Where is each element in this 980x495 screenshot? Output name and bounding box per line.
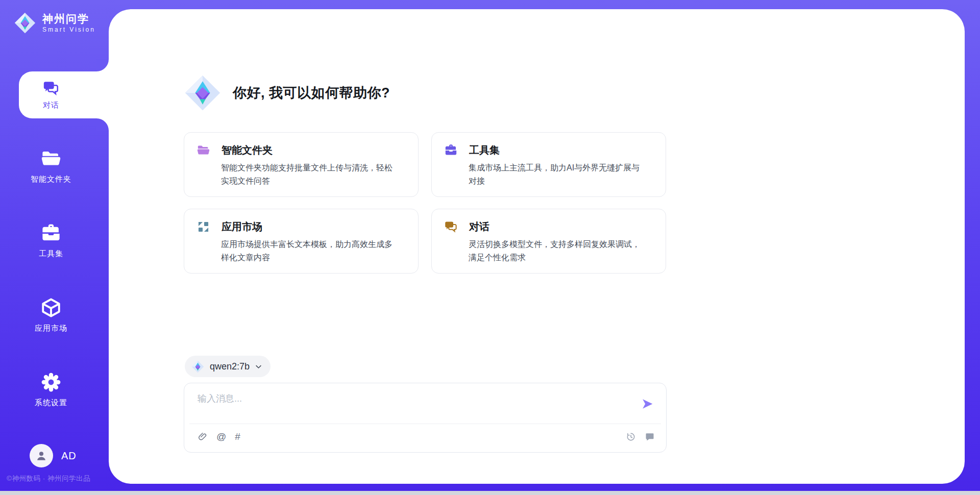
app-root: { "brand": { "name": "神州问学", "subtitle":… bbox=[0, 0, 980, 495]
card-chat[interactable]: 对话 灵活切换多模型文件，支持多样回复效果调试，满足个性化需求 bbox=[431, 209, 666, 274]
model-selector[interactable]: qwen2:7b bbox=[185, 356, 271, 377]
folder-icon bbox=[197, 143, 210, 157]
toolbox-icon bbox=[40, 222, 62, 244]
chat-icon bbox=[42, 80, 60, 97]
user-profile[interactable]: AD bbox=[30, 444, 77, 467]
active-tab-flare-top bbox=[96, 59, 109, 71]
sidebar-item-app-market[interactable]: 应用市场 bbox=[15, 297, 87, 333]
card-description: 灵活切换多模型文件，支持多样回复效果调试，满足个性化需求 bbox=[469, 238, 645, 264]
bottom-scrollbar-track[interactable] bbox=[0, 491, 980, 495]
sidebar-item-toolset[interactable]: 工具集 bbox=[15, 222, 87, 259]
folder-icon bbox=[40, 148, 62, 169]
feedback-bubble-icon[interactable] bbox=[645, 432, 655, 442]
brand-logo-icon bbox=[13, 11, 37, 35]
sidebar-item-label: 智能文件夹 bbox=[31, 175, 71, 184]
chevron-down-icon bbox=[255, 363, 262, 370]
message-input[interactable] bbox=[198, 390, 606, 407]
sidebar-item-chat[interactable]: 对话 bbox=[19, 71, 109, 118]
sidebar-footer: ©神州数码 · 神州问学出品 bbox=[7, 474, 109, 483]
sidebar-item-smart-folder[interactable]: 智能文件夹 bbox=[15, 148, 87, 184]
brand: 神州问学 Smart Vision bbox=[13, 11, 95, 35]
composer-divider bbox=[189, 424, 661, 424]
toolbox-icon bbox=[444, 143, 458, 157]
card-title: 智能文件夹 bbox=[222, 143, 273, 157]
person-icon bbox=[35, 449, 48, 462]
greeting-title: 你好, 我可以如何帮助你? bbox=[233, 84, 390, 102]
sidebar-item-label: 应用市场 bbox=[35, 324, 67, 333]
card-toolset[interactable]: 工具集 集成市场上主流工具，助力AI与外界无缝扩展与对接 bbox=[431, 132, 666, 197]
card-app-market[interactable]: 应用市场 应用市场提供丰富长文本模板，助力高效生成多样化文章内容 bbox=[184, 209, 419, 274]
hashtag-icon[interactable]: # bbox=[235, 431, 240, 442]
card-title: 应用市场 bbox=[222, 220, 262, 234]
user-name: AD bbox=[61, 450, 77, 462]
model-logo-icon bbox=[191, 360, 205, 374]
model-name: qwen2:7b bbox=[210, 361, 250, 372]
active-tab-flare-bottom bbox=[96, 118, 109, 131]
card-smart-folder[interactable]: 智能文件夹 智能文件夹功能支持批量文件上传与清洗，轻松实现文件问答 bbox=[184, 132, 419, 197]
message-composer: @ # bbox=[184, 383, 667, 453]
card-description: 集成市场上主流工具，助力AI与外界无缝扩展与对接 bbox=[469, 161, 645, 188]
brand-name: 神州问学 bbox=[42, 13, 95, 25]
attachment-icon[interactable] bbox=[198, 432, 208, 442]
greeting: 你好, 我可以如何帮助你? bbox=[183, 73, 390, 113]
brand-subtitle: Smart Vision bbox=[42, 26, 95, 33]
card-title: 工具集 bbox=[469, 143, 500, 157]
cube-icon bbox=[40, 297, 62, 318]
chat-icon bbox=[444, 220, 458, 234]
sidebar-item-label: 系统设置 bbox=[35, 398, 67, 408]
assistant-logo-icon bbox=[183, 73, 223, 113]
send-icon[interactable] bbox=[641, 398, 654, 410]
feature-cards: 智能文件夹 智能文件夹功能支持批量文件上传与清洗，轻松实现文件问答 工具集 集成… bbox=[184, 132, 666, 274]
gear-icon bbox=[40, 372, 62, 393]
sidebar-item-label: 工具集 bbox=[39, 249, 63, 259]
card-description: 智能文件夹功能支持批量文件上传与清洗，轻松实现文件问答 bbox=[221, 161, 397, 188]
avatar bbox=[30, 444, 53, 467]
sidebar-item-settings[interactable]: 系统设置 bbox=[15, 372, 87, 408]
card-description: 应用市场提供丰富长文本模板，助力高效生成多样化文章内容 bbox=[221, 238, 397, 264]
card-title: 对话 bbox=[469, 220, 489, 234]
grid-icon bbox=[197, 220, 210, 234]
sidebar-item-label: 对话 bbox=[43, 101, 59, 110]
mention-icon[interactable]: @ bbox=[216, 431, 226, 442]
history-icon[interactable] bbox=[626, 432, 636, 442]
